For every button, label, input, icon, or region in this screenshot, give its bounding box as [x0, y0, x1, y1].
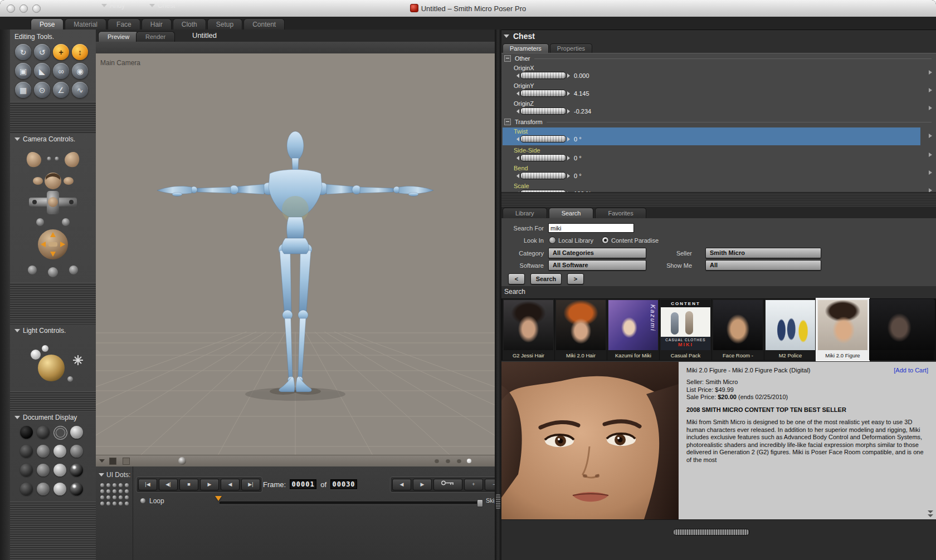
stop-button[interactable]: ■ [179, 479, 198, 490]
collapse-box-icon[interactable] [504, 55, 511, 62]
ui-dot[interactable] [119, 489, 123, 493]
current-frame-field[interactable]: 00001 [290, 479, 316, 489]
chain-break-tool-icon[interactable]: ∞ [53, 63, 69, 79]
prev-page-button[interactable]: < [508, 273, 525, 284]
horizontal-scrollbar[interactable] [673, 529, 749, 536]
result-thumb-kazumi[interactable]: Kazumi Kazumi for Miki [607, 299, 659, 360]
twist-tool-icon[interactable]: ↺ [34, 44, 50, 60]
view-magnifier-tool-icon[interactable]: ⊙ [34, 82, 50, 98]
translate-in-out-tool-icon[interactable]: ↕ [72, 44, 88, 60]
first-frame-button[interactable]: |◀ [138, 479, 157, 490]
tracking-box-icon[interactable] [109, 458, 116, 465]
display-style-silhouette-icon[interactable] [20, 426, 33, 439]
search-button[interactable]: Search [530, 273, 562, 284]
param-flyout-arrow-icon[interactable] [929, 153, 932, 157]
display-style-flat-shaded-icon[interactable] [37, 445, 50, 458]
display-style-texture-shaded-icon[interactable] [53, 464, 66, 477]
tab-cloth[interactable]: Cloth [173, 18, 206, 30]
parameter-dial[interactable] [520, 72, 566, 79]
tab-render[interactable]: Render [136, 31, 175, 42]
skip-frames-handle[interactable] [477, 499, 483, 507]
tab-parameters[interactable]: Parameters [503, 43, 549, 53]
prev-keyframe-button[interactable]: ◀ [392, 479, 411, 490]
titlebar[interactable]: Untitled – Smith Micro Poser Pro [0, 0, 936, 17]
direct-manipulation-tool-icon[interactable]: ∿ [72, 82, 88, 98]
tab-hair[interactable]: Hair [142, 18, 172, 30]
tracking-mode-dot-icon[interactable] [435, 459, 439, 463]
parameter-dial[interactable] [520, 172, 566, 179]
result-thumb-g2-jessi-hair[interactable]: G2 Jessi Hair [503, 299, 554, 360]
display-style-outline-icon[interactable] [37, 426, 50, 439]
parameter-dial[interactable] [520, 154, 566, 161]
tab-material[interactable]: Material [65, 18, 106, 30]
content-paradise-radio-label[interactable]: Content Paradise [611, 237, 659, 244]
ui-dots-label[interactable]: UI Dots: [99, 471, 130, 479]
software-dropdown[interactable]: All Software [548, 260, 646, 271]
document-display-label[interactable]: Document Display [14, 414, 77, 421]
tab-face[interactable]: Face [108, 18, 140, 30]
show-me-dropdown[interactable]: All [705, 260, 821, 271]
edit-keyframes-button[interactable] [433, 479, 462, 490]
display-style-smooth-lined-icon[interactable] [37, 464, 50, 477]
display-style-icon[interactable] [20, 483, 33, 495]
ui-dot[interactable] [119, 483, 123, 487]
figure-menu[interactable]: Andy [101, 2, 125, 9]
add-to-cart-link[interactable]: [Add to Cart] [894, 367, 928, 374]
tracking-mode-dot-icon[interactable] [446, 459, 450, 463]
ui-dot[interactable] [119, 495, 123, 499]
local-library-radio[interactable] [549, 237, 556, 244]
tab-search[interactable]: Search [549, 208, 594, 218]
translate-pull-tool-icon[interactable]: + [53, 44, 69, 60]
ui-dot[interactable] [106, 502, 110, 505]
taper-tool-icon[interactable]: ◣ [34, 63, 50, 79]
ui-dot[interactable] [100, 502, 104, 505]
display-style-cartoon-icon[interactable] [20, 464, 33, 477]
actor-menu[interactable]: Chest [149, 2, 175, 9]
display-style-wireframe-icon[interactable] [53, 426, 67, 440]
result-thumb-miki-figure-selected[interactable]: Miki 2.0 Figure [817, 299, 869, 360]
timeline-position-marker[interactable] [215, 496, 222, 501]
tab-pose[interactable]: Pose [31, 18, 64, 30]
tracking-mode-dot-active-icon[interactable] [467, 459, 471, 463]
color-tool-icon[interactable]: ◉ [72, 63, 88, 79]
ui-dot[interactable] [113, 489, 116, 493]
display-style-icon[interactable] [37, 483, 50, 495]
ui-dot[interactable] [100, 489, 104, 493]
ui-dot[interactable] [106, 483, 110, 487]
morphing-tool-icon[interactable]: ∠ [53, 82, 69, 98]
end-frame-button[interactable]: ◀| [159, 479, 178, 490]
light-controls-label[interactable]: Light Controls. [14, 327, 66, 335]
content-paradise-radio[interactable] [602, 237, 609, 244]
display-style-icon[interactable] [70, 483, 83, 495]
param-flyout-arrow-icon[interactable] [929, 70, 932, 75]
search-input[interactable] [548, 223, 634, 233]
display-style-lit-wireframe-icon[interactable] [70, 426, 83, 439]
ui-dot[interactable] [113, 495, 116, 499]
camera-controls-label[interactable]: Camera Controls. [14, 135, 75, 143]
result-thumb-miki-hair[interactable]: Miki 2.0 Hair [555, 299, 607, 360]
tab-favorites[interactable]: Favorites [595, 208, 646, 218]
horizontal-splitter[interactable] [501, 192, 936, 208]
tracking-box-icon[interactable] [123, 458, 130, 465]
tab-properties[interactable]: Properties [550, 43, 592, 53]
param-flyout-arrow-icon[interactable] [929, 134, 932, 138]
splitter-grip-icon[interactable] [496, 494, 500, 509]
result-thumb-face-room[interactable]: Face Room - [712, 299, 764, 360]
parameter-dial[interactable] [520, 135, 566, 143]
tracking-ball-icon[interactable] [178, 457, 186, 465]
ui-dot[interactable] [106, 489, 110, 493]
timeline-scrub-track[interactable] [220, 502, 480, 504]
loop-toggle[interactable] [140, 498, 145, 503]
display-style-smooth-shaded-icon[interactable] [53, 445, 66, 458]
scale-tool-icon[interactable]: ▣ [15, 63, 31, 79]
ui-dot[interactable] [119, 502, 123, 505]
depth-cue-triangle-icon[interactable] [99, 459, 105, 463]
param-flyout-arrow-icon[interactable] [929, 88, 932, 92]
parameter-dial[interactable] [520, 90, 566, 97]
result-thumb-casual-pack[interactable]: CONTENT CASUAL CLOTHESMIKI Casual Pack [660, 299, 711, 360]
ui-dot[interactable] [125, 489, 129, 493]
category-dropdown[interactable]: All Categories [548, 248, 646, 258]
next-page-button[interactable]: > [567, 273, 584, 284]
tab-content[interactable]: Content [243, 18, 285, 30]
step-back-button[interactable]: ◀ [221, 479, 240, 490]
